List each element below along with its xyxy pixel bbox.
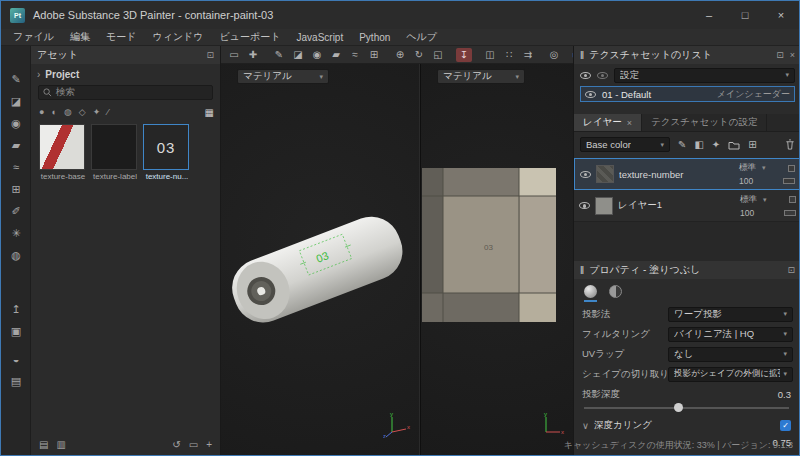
particles-tool-icon[interactable]: ✳	[8, 225, 24, 241]
layer-visibility-eye-icon[interactable]	[580, 171, 591, 178]
layer-row-texture-number[interactable]: texture-number 標準 ▾ 100	[574, 158, 800, 190]
asset-thumbnail[interactable]	[39, 124, 85, 170]
material-mode-icon[interactable]	[584, 285, 597, 298]
rotate-icon[interactable]: ↻	[411, 48, 427, 62]
depth-culling-checkbox[interactable]: ✓	[780, 420, 791, 431]
layer-opacity-value[interactable]: 100	[740, 208, 754, 218]
menu-file[interactable]: ファイル	[5, 30, 62, 44]
layer-opacity-value[interactable]: 100	[739, 176, 753, 186]
export-icon[interactable]: ↥	[8, 301, 24, 317]
dock-icon[interactable]: ⊡	[787, 265, 795, 275]
symmetry-icon[interactable]: ◫	[482, 48, 498, 62]
minimize-button[interactable]: –	[691, 1, 727, 29]
snap-icon[interactable]: ∷	[501, 48, 517, 62]
list-view-icon[interactable]: ▤	[39, 439, 48, 450]
tab-layers[interactable]: レイヤー ×	[574, 114, 642, 131]
refresh-icon[interactable]: ↺	[172, 439, 180, 450]
manipulator-tool-icon[interactable]: ✚	[245, 48, 261, 62]
texture-set-row-default[interactable]: 01 - Default メインシェーダー	[580, 86, 795, 102]
menu-window[interactable]: ウィンドウ	[144, 30, 211, 44]
opacity-slider[interactable]	[784, 210, 796, 216]
projection-icon[interactable]: ◉	[309, 48, 325, 62]
slider-thumb[interactable]	[674, 403, 683, 412]
blend-mode-dropdown[interactable]: 標準	[740, 194, 757, 206]
close-button[interactable]: ×	[763, 1, 799, 29]
slider-track[interactable]	[584, 407, 789, 409]
alignment-icon[interactable]: ⇉	[520, 48, 536, 62]
filter-textures-icon[interactable]: ⁄	[107, 107, 109, 117]
uv-texture-view[interactable]: 03	[422, 168, 556, 322]
selection-tool-icon[interactable]: ▭	[226, 48, 242, 62]
scale-icon[interactable]: ◱	[430, 48, 446, 62]
detail-view-icon[interactable]: ▥	[56, 439, 65, 450]
projection-mode-icon[interactable]: ↧	[456, 48, 472, 62]
smudge-tool-icon[interactable]: ≈	[8, 159, 24, 175]
filter-all-icon[interactable]: ●	[39, 107, 44, 117]
filter-smart-masks-icon[interactable]: ◇	[79, 107, 86, 117]
eraser-icon[interactable]: ◪	[290, 48, 306, 62]
tab-texture-set-settings[interactable]: テクスチャセットの設定	[642, 114, 768, 131]
shelf-settings-icon[interactable]: ▤	[8, 373, 24, 389]
mask-mode-icon[interactable]	[609, 285, 622, 298]
add-folder-icon[interactable]	[728, 140, 740, 150]
projection-tool-icon[interactable]: ◉	[8, 115, 24, 131]
menu-mode[interactable]: モード	[98, 30, 144, 44]
layer-thumbnail[interactable]	[596, 165, 614, 183]
baking-icon[interactable]: ▣	[8, 323, 24, 339]
visibility-eye-icon[interactable]	[585, 91, 596, 98]
menu-python[interactable]: Python	[351, 32, 398, 43]
uv-wrap-dropdown[interactable]: なし ▾	[668, 347, 793, 362]
add-asset-icon[interactable]: +	[206, 439, 212, 450]
layer-thumbnail[interactable]	[595, 197, 613, 215]
move-icon[interactable]: ⊕	[392, 48, 408, 62]
add-layer-icon[interactable]: ⊞	[748, 139, 756, 150]
mask-editor-tool-icon[interactable]: ◍	[8, 247, 24, 263]
solo-eye-icon[interactable]	[597, 72, 608, 79]
clone-tool-icon[interactable]: ⊞	[8, 181, 24, 197]
add-filter-icon[interactable]: ✦	[712, 139, 720, 150]
clone-stamp-icon[interactable]: ⊞	[366, 48, 382, 62]
dock-icon[interactable]: ⊡	[206, 50, 214, 60]
add-effect-icon[interactable]: ✎	[678, 139, 686, 150]
channel-preview-square[interactable]	[788, 165, 795, 172]
polygon-fill-icon[interactable]: ▰	[328, 48, 344, 62]
asset-thumbnail[interactable]	[91, 124, 137, 170]
add-mask-icon[interactable]: ◧	[694, 139, 703, 150]
paint-brush-icon[interactable]: ✎	[271, 48, 287, 62]
layer-visibility-eye-icon[interactable]	[579, 202, 590, 209]
polygon-fill-tool-icon[interactable]: ▰	[8, 137, 24, 153]
search-input[interactable]: 検索	[38, 85, 213, 100]
dock-icon[interactable]: ⊡	[776, 50, 784, 60]
blend-mode-dropdown[interactable]: 標準	[739, 162, 756, 174]
new-resource-icon[interactable]: ▭	[189, 439, 198, 450]
projection-method-dropdown[interactable]: ワープ投影 ▾	[668, 307, 793, 322]
shape-crop-dropdown[interactable]: 投影がシェイプの外側に拡張 ▾	[668, 367, 793, 382]
grid-view-icon[interactable]: ▦	[205, 107, 214, 118]
trash-icon[interactable]	[785, 139, 795, 150]
asset-thumbnail[interactable]: 03	[143, 124, 189, 170]
channel-dropdown[interactable]: Base color ▾	[580, 137, 670, 152]
material-picker-tool-icon[interactable]: ✐	[8, 203, 24, 219]
filter-filters-icon[interactable]: ✦	[93, 107, 101, 117]
maximize-button[interactable]: □	[727, 1, 763, 29]
filter-materials-icon[interactable]: ◐	[51, 107, 56, 117]
menu-javascript[interactable]: JavaScript	[289, 32, 352, 43]
menu-viewport[interactable]: ビューポート	[212, 30, 289, 44]
visibility-eye-icon[interactable]	[580, 72, 591, 79]
3d-viewport[interactable]: マテリアル ▾ 03	[221, 64, 419, 455]
material-mode-dropdown-2d[interactable]: マテリアル ▾	[437, 69, 525, 84]
panel-handle-icon[interactable]: ‖	[580, 50, 584, 61]
2d-viewport[interactable]: マテリアル ▾ 03 y x	[420, 64, 573, 455]
title-bar[interactable]: Pt Adobe Substance 3D Painter - containe…	[1, 1, 799, 29]
project-tree-item[interactable]: › Project	[37, 67, 214, 82]
menu-edit[interactable]: 編集	[62, 30, 98, 44]
menu-help[interactable]: ヘルプ	[398, 30, 445, 44]
filtering-dropdown[interactable]: バイリニア法 | HQ ▾	[668, 327, 793, 342]
smudge-icon[interactable]: ≈	[347, 48, 363, 62]
tab-close-icon[interactable]: ×	[627, 118, 632, 128]
asset-item-texture-number[interactable]: 03 texture-nu...	[143, 124, 191, 181]
close-panel-icon[interactable]: ×	[790, 50, 795, 60]
camera-settings-icon[interactable]: ◎	[546, 48, 562, 62]
expand-icon[interactable]: ∨	[582, 420, 589, 431]
layer-row-layer1[interactable]: レイヤー1 標準 ▾ 100	[574, 190, 800, 222]
